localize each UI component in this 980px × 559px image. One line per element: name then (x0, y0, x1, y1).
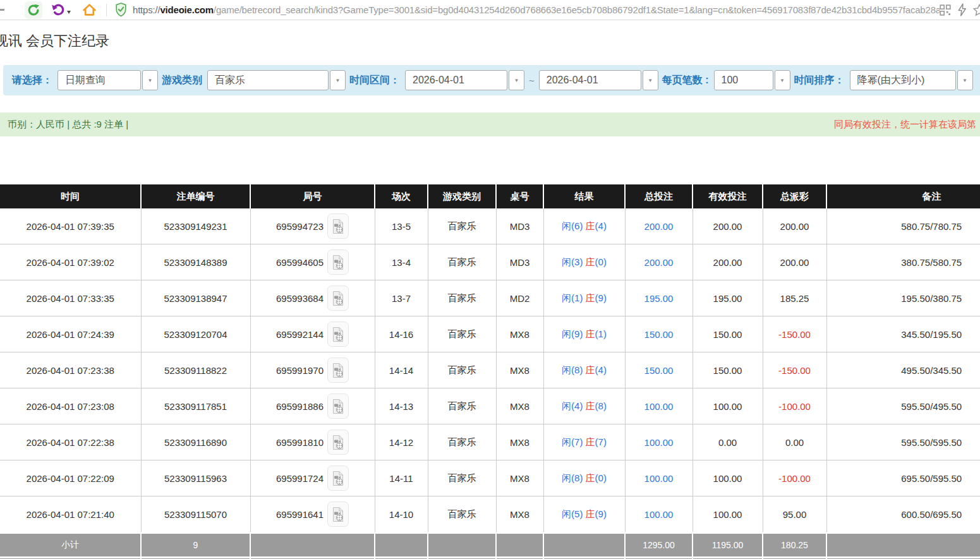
table-number-cell (496, 533, 543, 558)
video-replay-button[interactable] (327, 322, 349, 347)
page-size-label: 每页笔数 : (662, 74, 709, 87)
sort-order-label: 时间排序： (794, 74, 845, 87)
bookmark-star-icon[interactable] (973, 4, 980, 16)
time-cell: 2026-04-01 07:21:40 (0, 496, 141, 533)
total-bet-link[interactable]: 150.00 (644, 329, 674, 340)
note-cell: 600.50/695.50 (826, 496, 980, 533)
video-replay-button[interactable] (327, 430, 349, 455)
round-id-cell: 695992144 (250, 316, 375, 352)
note-cell: 595.50/595.50 (826, 424, 980, 460)
total-bet-link[interactable]: 100.00 (644, 437, 674, 448)
chevron-down-icon[interactable]: ▼ (509, 70, 524, 90)
game-type-cell: 百家乐 (428, 280, 496, 316)
secure-site-shield-icon[interactable] (115, 3, 127, 17)
game-type-cell: 百家乐 (428, 496, 496, 533)
reload-button[interactable] (25, 1, 42, 19)
toolbar-divider (106, 4, 107, 16)
page-size-select[interactable]: 100 (714, 70, 773, 90)
result-cell: 闲(8) 庄(4) (543, 352, 625, 388)
result-cell: 闲(8) 庄(0) (543, 460, 625, 496)
game-type-cell: 百家乐 (428, 316, 496, 352)
table-row: 2026-04-01 07:39:35523309149231695994723… (0, 208, 980, 244)
total-bet-link[interactable]: 200.00 (644, 221, 674, 232)
home-button[interactable] (82, 3, 97, 17)
video-file-icon (332, 327, 344, 342)
total-bet-link[interactable]: 150.00 (644, 365, 674, 376)
query-mode-select[interactable]: 日期查询 (57, 70, 141, 90)
payout-cell: -150.00 (763, 316, 826, 352)
bet-table-container: 时间注单编号局号场次游戏类别桌号结果总投注有效投注总派彩备注2026-04-01… (0, 184, 980, 559)
sort-order-select[interactable]: 降幂(由大到小) (850, 70, 956, 90)
video-file-icon (332, 219, 344, 234)
video-replay-button[interactable] (327, 394, 349, 419)
valid-bet-cell: 150.00 (693, 352, 763, 388)
session-cell: 13-7 (375, 280, 428, 316)
clipped-toolbar-icon (0, 9, 4, 11)
total-bet-cell: 200.00 (625, 244, 693, 280)
video-file-icon (332, 507, 344, 522)
total-bet-link[interactable]: 100.00 (644, 401, 674, 412)
result-cell: 闲(7) 庄(7) (543, 424, 625, 460)
qr-code-icon[interactable] (940, 4, 951, 16)
payout-cell: 185.25 (763, 280, 826, 316)
note-cell: 695.50/595.50 (826, 460, 980, 496)
game-type-cell: 百家乐 (428, 208, 496, 244)
bet-id-cell: 523309149231 (141, 208, 250, 244)
video-replay-button[interactable] (327, 502, 349, 527)
note-cell: 380.75/580.75 (826, 244, 980, 280)
column-header: 场次 (375, 184, 428, 208)
date-from-input[interactable]: 2026-04-01 (405, 70, 507, 90)
valid-bet-cell: 200.00 (693, 244, 763, 280)
video-replay-button[interactable] (327, 249, 349, 275)
undo-icon (51, 3, 65, 16)
video-replay-button[interactable] (327, 213, 349, 239)
address-bar[interactable]: https://videoie.com/game/betrecord_searc… (133, 4, 940, 15)
column-header: 结果 (543, 184, 625, 208)
time-cell: 小计 (0, 533, 141, 558)
date-range-tilde: ~ (529, 75, 535, 86)
date-to-input[interactable]: 2026-04-01 (539, 70, 641, 90)
total-bet-cell: 100.00 (625, 496, 693, 533)
video-replay-button[interactable] (327, 286, 349, 311)
time-cell: 2026-04-01 07:23:38 (0, 352, 141, 388)
payout-cell: 200.00 (763, 244, 826, 280)
undo-dropdown-caret[interactable] (67, 11, 71, 14)
table-row: 2026-04-01 07:21:40523309115070695991641… (0, 496, 980, 533)
session-cell: 14-12 (375, 424, 428, 460)
total-bet-link[interactable]: 200.00 (644, 257, 674, 268)
video-replay-button[interactable] (327, 358, 349, 383)
table-row: 2026-04-01 07:23:08523309117851695991886… (0, 388, 980, 424)
total-bet-link[interactable]: 100.00 (644, 473, 674, 484)
chevron-down-icon[interactable]: ▼ (330, 70, 346, 90)
lightning-icon[interactable] (957, 3, 967, 16)
game-type-select[interactable]: 百家乐 (207, 70, 329, 90)
total-bet-cell: 200.00 (625, 208, 693, 244)
undo-button[interactable] (51, 3, 71, 16)
page-title: 视讯 会员下注纪录 (0, 32, 109, 51)
chevron-down-icon[interactable]: ▼ (775, 70, 790, 90)
session-cell: 13-5 (375, 208, 428, 244)
video-file-icon (332, 255, 344, 270)
total-bet-link[interactable]: 100.00 (644, 509, 674, 520)
summary-row: 小计91295.001195.00180.25 (0, 533, 980, 558)
valid-bet-cell: 1195.00 (693, 533, 763, 558)
payout-cell: -100.00 (763, 388, 826, 424)
table-row: 2026-04-01 07:39:02523309148389695994605… (0, 244, 980, 280)
bet-id-cell: 523309116890 (141, 424, 250, 460)
video-file-icon (332, 363, 344, 378)
filter-bar: 请选择： 日期查询 ▼ 游戏类别 百家乐 ▼ 时间区间： 2026-04-01 … (3, 65, 980, 95)
payout-cell: 180.25 (763, 533, 826, 558)
total-bet-cell: 100.00 (625, 388, 693, 424)
game-type-cell: 百家乐 (428, 424, 496, 460)
session-cell: 14-11 (375, 460, 428, 496)
video-replay-button[interactable] (327, 466, 349, 491)
bet-id-cell: 523309120704 (141, 316, 250, 352)
chevron-down-icon[interactable]: ▼ (142, 70, 158, 90)
chevron-down-icon[interactable]: ▼ (643, 70, 658, 90)
valid-bet-cell: 195.00 (693, 280, 763, 316)
column-header: 有效投注 (693, 184, 763, 208)
result-cell: 闲(3) 庄(0) (543, 244, 625, 280)
total-bet-link[interactable]: 195.00 (644, 293, 674, 304)
table-number-cell: MX8 (496, 496, 543, 533)
chevron-down-icon[interactable]: ▼ (957, 70, 973, 90)
